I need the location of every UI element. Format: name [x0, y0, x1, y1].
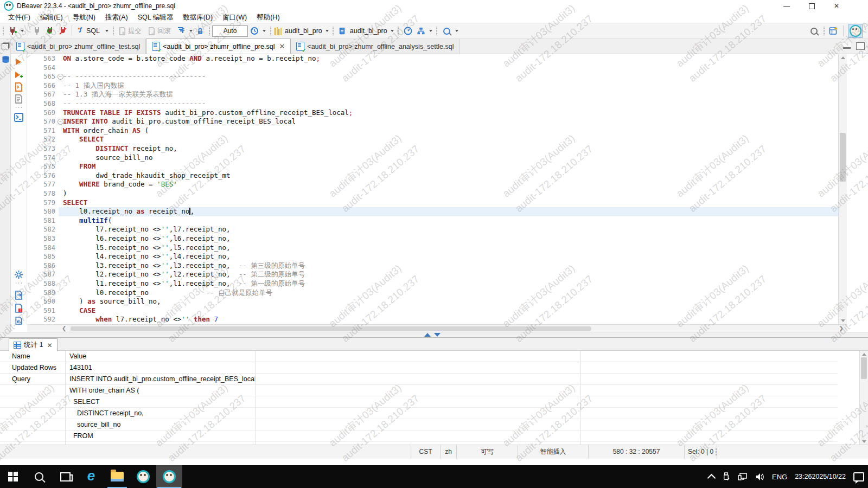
cell-name[interactable]: Query: [12, 374, 30, 385]
line-number[interactable]: 579: [27, 198, 55, 208]
cell-value[interactable]: WITH order_chain AS (: [69, 385, 139, 396]
diagram-dropdown[interactable]: [429, 30, 432, 32]
results-vertical-scrollbar[interactable]: [859, 351, 868, 445]
dashboard-icon[interactable]: [402, 25, 414, 36]
table-row[interactable]: SELECT: [0, 396, 838, 408]
cell-value[interactable]: 143101: [69, 362, 92, 374]
table-row[interactable]: FROM: [0, 431, 838, 442]
sql-editor-dropdown[interactable]: [105, 30, 108, 32]
dbeaver-taskbar-button[interactable]: [130, 465, 156, 488]
column-header-name[interactable]: Name: [12, 351, 30, 362]
cell-value[interactable]: INSERT INTO audit_bi_pro.custom_offline_…: [69, 374, 256, 385]
menu-item[interactable]: 编辑(E): [35, 12, 68, 23]
execute-new-tab-icon[interactable]: [14, 70, 23, 81]
line-number[interactable]: 575: [27, 162, 55, 171]
editor-horizontal-scrollbar[interactable]: ❮❯: [27, 324, 847, 332]
line-number[interactable]: 574: [27, 153, 55, 163]
sql-editor-button[interactable]: SQL: [75, 25, 103, 36]
cell-value[interactable]: source_bill_no: [69, 419, 121, 431]
status-segment[interactable]: 可写: [457, 445, 518, 459]
connection-selector[interactable]: audit_bi_pro: [285, 27, 322, 35]
maximize-button[interactable]: [799, 0, 824, 12]
menu-item[interactable]: 数据库(D): [178, 12, 218, 23]
editor-tab[interactable]: <audit_bi_pro> zhumr_offline_analysis_se…: [291, 39, 459, 54]
menu-item[interactable]: 文件(F): [3, 12, 35, 23]
new-connection-dropdown[interactable]: [21, 30, 24, 32]
transaction-log-button[interactable]: [175, 25, 187, 36]
dbeaver-account-button[interactable]: [848, 24, 863, 38]
execute-script-icon[interactable]: [14, 82, 23, 94]
menu-item[interactable]: SQL 编辑器: [133, 12, 178, 23]
line-number[interactable]: 588: [27, 279, 55, 288]
rollback-button[interactable]: 回滚: [146, 25, 174, 37]
column-header-value[interactable]: Value: [69, 351, 86, 362]
volume-tray-icon[interactable]: [751, 465, 768, 488]
cell-value[interactable]: SELECT: [69, 396, 100, 408]
minimize-button[interactable]: —: [774, 0, 799, 12]
line-number[interactable]: 567: [27, 90, 55, 99]
disconnect-button[interactable]: [57, 25, 69, 36]
task-view-button[interactable]: [52, 465, 78, 488]
network-tray-icon[interactable]: [734, 465, 751, 488]
editor-vertical-scrollbar[interactable]: [838, 54, 847, 324]
taskbar-clock[interactable]: 23:26 2025/10/22: [791, 465, 850, 488]
table-row[interactable]: QueryINSERT INTO audit_bi_pro.custom_off…: [0, 374, 838, 385]
editor-tab[interactable]: <audit_bi_pro> zhumr_offline_test.sql: [11, 39, 146, 54]
lock-icon[interactable]: [195, 26, 206, 36]
close-tab-icon[interactable]: ✕: [47, 342, 52, 349]
statistics-tab[interactable]: 统计 1 ✕: [9, 338, 58, 351]
quick-search-icon[interactable]: [808, 25, 820, 37]
table-row[interactable]: source_bill_no: [0, 419, 838, 431]
line-number[interactable]: 585: [27, 252, 55, 261]
sash-maximize-icon[interactable]: [424, 333, 431, 337]
line-number[interactable]: 582: [27, 225, 55, 234]
line-number[interactable]: 563: [27, 54, 55, 63]
line-number[interactable]: 581: [27, 216, 55, 226]
close-button[interactable]: ✕: [824, 0, 849, 12]
start-button[interactable]: [0, 465, 26, 488]
line-number[interactable]: 580: [27, 207, 55, 216]
schema-selector[interactable]: audit_bi_pro: [350, 27, 387, 35]
line-number[interactable]: 565: [27, 72, 55, 81]
cell-name[interactable]: Updated Rows: [12, 362, 56, 374]
status-segment[interactable]: CST: [411, 445, 441, 459]
menu-item[interactable]: 搜索(A): [100, 12, 133, 23]
line-number[interactable]: 566: [27, 81, 55, 91]
execute-statement-icon[interactable]: [14, 57, 23, 68]
status-segment[interactable]: Sel: 0 | 0: [685, 445, 717, 459]
usb-tray-icon[interactable]: [718, 465, 734, 488]
line-number[interactable]: 564: [27, 63, 55, 73]
language-indicator[interactable]: ENG: [768, 465, 791, 488]
search-dropdown[interactable]: [455, 30, 458, 32]
new-connection-button[interactable]: [7, 25, 18, 36]
line-number[interactable]: 573: [27, 144, 55, 153]
commit-mode-combo[interactable]: Auto: [212, 25, 248, 37]
status-segment[interactable]: 580 : 32 : 20557: [589, 445, 685, 459]
line-number[interactable]: 568: [27, 99, 55, 108]
line-number[interactable]: 571: [27, 126, 55, 136]
line-number[interactable]: 592: [27, 315, 55, 324]
action-center-button[interactable]: [850, 465, 868, 488]
connection-selector-dropdown[interactable]: [326, 30, 329, 32]
status-segment[interactable]: zh: [441, 445, 457, 459]
output-console-icon[interactable]: !: [14, 304, 23, 315]
dbeaver-taskbar-button-active[interactable]: [156, 465, 182, 488]
menu-item[interactable]: 帮助(H): [252, 12, 284, 23]
restore-view-icon[interactable]: [2, 43, 9, 49]
menu-item[interactable]: 窗口(W): [218, 12, 252, 23]
query-history-icon[interactable]: [248, 25, 260, 36]
line-number[interactable]: 569: [27, 108, 55, 118]
line-number[interactable]: 586: [27, 261, 55, 271]
file-explorer-button[interactable]: [104, 465, 130, 488]
perspective-icon[interactable]: [827, 25, 840, 36]
status-segment[interactable]: 智能插入: [518, 445, 589, 459]
table-row[interactable]: WITH order_chain AS (: [0, 385, 838, 396]
er-diagram-icon[interactable]: [415, 26, 427, 36]
line-number[interactable]: 578: [27, 189, 55, 198]
connect-button[interactable]: [31, 25, 43, 36]
line-number[interactable]: 589: [27, 288, 55, 298]
export-result-icon[interactable]: [14, 291, 23, 302]
transaction-dropdown[interactable]: [189, 30, 193, 32]
line-number[interactable]: 590: [27, 297, 55, 306]
sash-minimize-icon[interactable]: [434, 333, 441, 337]
